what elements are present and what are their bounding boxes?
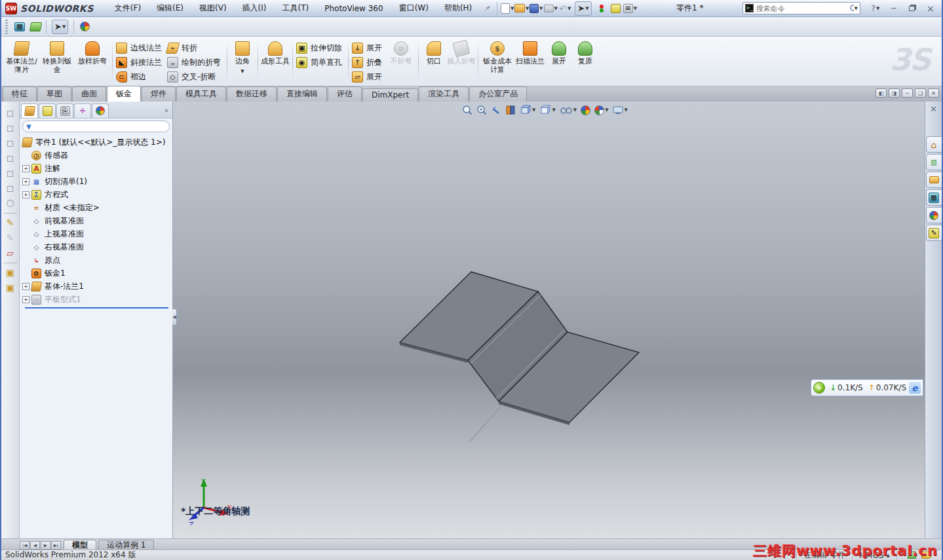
tree-item-sheetmetal1[interactable]: ⚙︎ 钣金1 <box>22 267 172 280</box>
sketch-plane-button[interactable]: ▱ <box>3 246 18 260</box>
menu-window[interactable]: 窗口(W) <box>391 1 436 16</box>
simple-hole-button[interactable]: ◉简单直孔 <box>295 55 346 69</box>
task-pane-close-icon[interactable]: ✕ <box>930 104 937 114</box>
tree-item-origin[interactable]: ↳ 原点 <box>22 253 172 267</box>
tab-featuremanager[interactable] <box>21 103 38 118</box>
edge-flange-button[interactable]: 边线法兰 <box>115 41 166 55</box>
task-pane-appearances-tab[interactable] <box>926 207 942 223</box>
tab-dimxpertmanager[interactable]: ✛ <box>74 103 91 118</box>
restore-button-ribbon[interactable]: 复原 <box>572 38 598 84</box>
select-tool-button[interactable]: ➤︎▼ <box>575 1 591 16</box>
prev-tab-button[interactable]: ◀ <box>30 541 40 550</box>
select-arrow-button[interactable]: ➤︎▼ <box>52 20 68 34</box>
edit-appearance-button[interactable] <box>579 104 592 117</box>
fold-button[interactable]: ↑折叠 <box>351 55 386 69</box>
collapse-left-pane-button[interactable]: ◧ <box>876 88 887 98</box>
tree-item-material[interactable]: ≡ 材质 <未指定> <box>22 201 172 214</box>
corner-dropdown-icon[interactable]: ▼ <box>241 67 244 76</box>
menu-help[interactable]: 帮助(H) <box>436 1 480 16</box>
first-tab-button[interactable]: |◀ <box>20 541 29 550</box>
tree-filter-box[interactable]: ▼ <box>22 121 170 132</box>
tree-item-top-plane[interactable]: ◇ 上视基准面 <box>22 227 172 240</box>
tree-item-right-plane[interactable]: ◇ 右视基准面 <box>22 240 172 253</box>
display-style-button[interactable]: ▼ <box>537 103 557 117</box>
sketched-bend-button[interactable]: ⌄绘制的折弯 <box>166 55 225 69</box>
tab-features[interactable]: 特征 <box>3 86 37 102</box>
rip-button[interactable]: 切口 <box>421 38 447 84</box>
view-settings-button[interactable]: ▼ <box>611 104 630 117</box>
hem-button[interactable]: ⊂褶边 <box>115 69 166 84</box>
swept-flange-button[interactable]: 扫描法兰 <box>514 38 546 84</box>
tree-item-equations[interactable]: + Σ 方程式 <box>22 188 172 201</box>
last-tab-button[interactable]: ▶| <box>51 541 61 550</box>
part-icon[interactable] <box>29 20 42 33</box>
base-flange-button[interactable]: 基体法兰/薄片 <box>4 38 39 84</box>
flatten-button[interactable]: ▱展开 <box>351 69 386 84</box>
expand-icon[interactable]: + <box>22 165 29 172</box>
menu-view[interactable]: 视图(V) <box>191 1 235 16</box>
tab-sheet-metal[interactable]: 钣金 <box>107 86 141 102</box>
flatten-toggle-button[interactable]: 展开 <box>546 38 572 84</box>
extrude-cut-button[interactable]: ▣ <box>3 280 18 295</box>
net-speed-widget[interactable]: + ↓ 0.1K/S ↑ 0.07K/S e <box>811 379 923 396</box>
doc-close-button[interactable]: ✕ <box>928 88 939 98</box>
pin-menu-icon[interactable]: 📌︎ <box>480 1 494 16</box>
view-bottom-button[interactable]: ◻ <box>3 181 18 195</box>
new-document-button[interactable]: ▼ <box>500 1 514 16</box>
previous-view-button[interactable] <box>489 103 503 117</box>
tree-item-base-flange1[interactable]: + 基体-法兰1 <box>22 280 172 293</box>
tab-propertymanager[interactable] <box>39 103 56 118</box>
expand-icon[interactable]: + <box>22 191 29 198</box>
search-dropdown-icon[interactable]: ▼ <box>855 6 858 11</box>
appearance-sphere-icon[interactable] <box>78 20 91 33</box>
view-left-button[interactable]: ◻ <box>3 136 18 150</box>
traffic-light-icon[interactable] <box>594 1 609 16</box>
costing-button[interactable]: $ 钣金成本计算 <box>480 38 514 84</box>
menu-file[interactable]: 文件(F) <box>107 1 149 16</box>
section-view-button[interactable] <box>503 103 518 117</box>
expand-icon[interactable]: + <box>22 283 29 290</box>
sheet-metal-part[interactable] <box>370 252 868 560</box>
options-button[interactable]: ≡▼ <box>623 1 638 16</box>
magnifier-icon[interactable] <box>849 4 854 13</box>
extrude-boss-button[interactable]: ▣ <box>3 265 18 280</box>
tab-direct-editing[interactable]: 直接编辑 <box>277 86 327 102</box>
jog-button[interactable]: ⌁转折 <box>166 41 225 55</box>
restore-button[interactable] <box>904 3 921 14</box>
search-input[interactable] <box>756 5 849 12</box>
view-top-button[interactable]: ◻ <box>3 166 18 180</box>
save-button[interactable]: ▼ <box>529 1 543 16</box>
menu-tools[interactable]: 工具(T) <box>275 1 317 16</box>
graphics-viewport[interactable]: ▼ ▼ ▼ ▼ ▼ <box>173 102 925 538</box>
view-back-button[interactable]: ◻ <box>3 121 18 135</box>
tree-item-flat-pattern1[interactable]: + ▱ 平板型式1 <box>22 293 172 306</box>
tab-configurationmanager[interactable]: ⎘ <box>56 103 73 118</box>
tab-evaluate[interactable]: 评估 <box>328 86 362 102</box>
tab-office-products[interactable]: 办公室产品 <box>469 86 527 102</box>
miter-flange-button[interactable]: ◣斜接法兰 <box>115 55 166 69</box>
view-orientation-button[interactable]: ▼ <box>518 103 537 117</box>
unfold-button[interactable]: ↓展开 <box>351 41 386 55</box>
tree-item-cutlist[interactable]: + ▦ 切割清单(1) <box>22 175 172 188</box>
menu-insert[interactable]: 插入(I) <box>235 1 275 16</box>
lofted-bend-button[interactable]: 放样折弯 <box>75 38 110 84</box>
help-button[interactable]: ?▼ <box>867 3 884 14</box>
tab-weldments[interactable]: 焊件 <box>142 86 176 102</box>
tab-surfaces[interactable]: 曲面 <box>72 86 106 102</box>
task-pane-resources-tab[interactable]: ⌂ <box>926 136 942 153</box>
tab-data-migration[interactable]: 数据迁移 <box>227 86 277 102</box>
panel-splitter-handle[interactable]: ◀ <box>172 308 177 326</box>
undo-button[interactable]: ↶▼ <box>558 1 572 16</box>
sketch-button[interactable]: ✎ <box>3 215 18 230</box>
tab-sketch[interactable]: 草图 <box>37 86 71 102</box>
view-isometric-button[interactable]: ⬡ <box>3 196 18 210</box>
task-pane-view-palette-tab[interactable]: ▦ <box>926 189 942 206</box>
minimize-button[interactable]: ─ <box>885 3 902 14</box>
menu-edit[interactable]: 编辑(E) <box>149 1 191 16</box>
more-tabs-icon[interactable]: » <box>164 107 171 114</box>
collapse-right-pane-button[interactable]: ◨ <box>889 88 900 98</box>
tree-item-annotations[interactable]: + A 注解 <box>22 162 172 175</box>
print-button[interactable]: ▼ <box>543 1 558 16</box>
tab-render-tools[interactable]: 渲染工具 <box>419 86 469 102</box>
doc-minimize-button[interactable]: ─ <box>902 88 913 98</box>
